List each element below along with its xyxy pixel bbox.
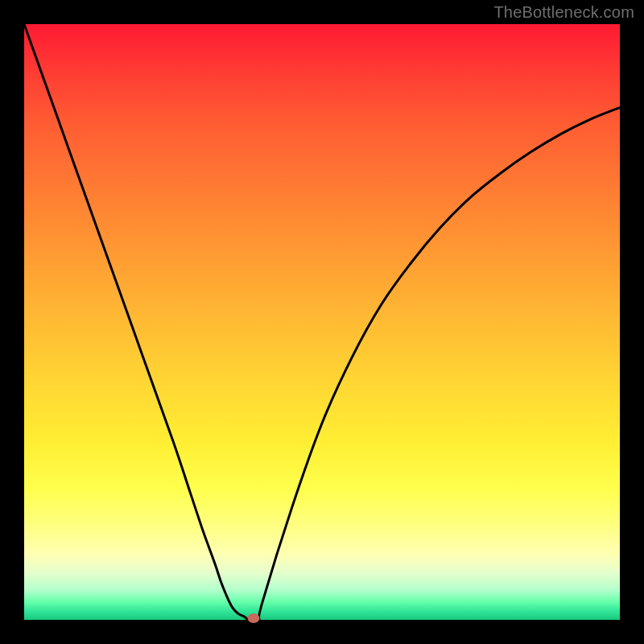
curve-svg (24, 24, 620, 620)
minimum-marker (247, 613, 259, 623)
plot-area (24, 24, 620, 620)
chart-container: TheBottleneck.com (0, 0, 644, 644)
bottleneck-curve (24, 24, 620, 620)
watermark-text: TheBottleneck.com (493, 3, 634, 22)
